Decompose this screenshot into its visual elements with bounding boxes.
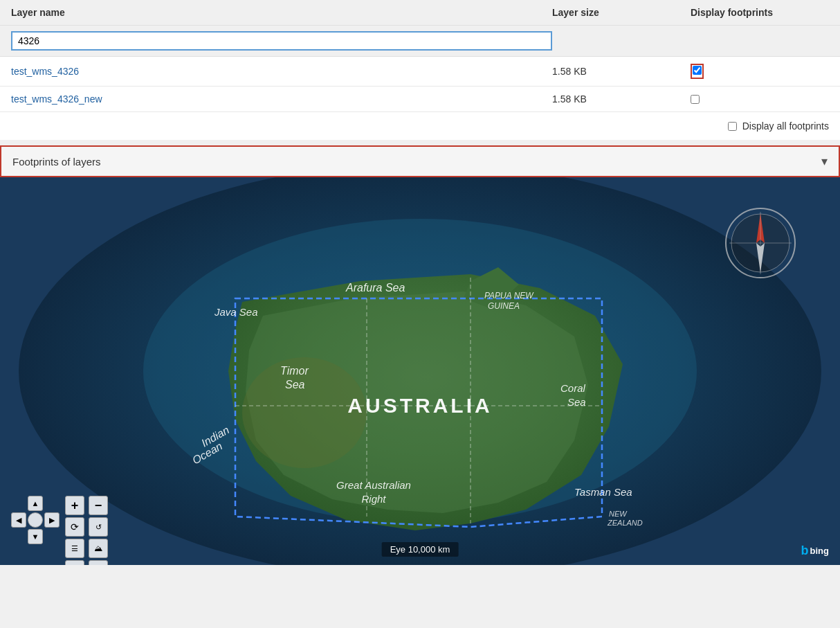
compass <box>722 205 798 281</box>
svg-text:Right: Right <box>361 493 386 505</box>
map-svg: Indian Ocean Java Sea Arafura Sea PAPUA … <box>0 177 840 565</box>
col-layer-size: Layer size <box>552 7 691 18</box>
map-style-button[interactable]: 🗺 <box>65 560 84 565</box>
svg-text:Sea: Sea <box>285 379 305 391</box>
nav-center-button[interactable] <box>28 512 43 528</box>
svg-text:GUINEA: GUINEA <box>488 301 520 311</box>
checkbox-wrapper-1 <box>691 64 704 79</box>
svg-text:Tasman Sea: Tasman Sea <box>574 486 632 498</box>
eye-label: Eye 10,000 km <box>382 542 459 557</box>
map-controls: ▲ ◀ ▶ ▼ + ⟳ ☰ 🗺 − ↺ ⛰ ⊖ <box>11 496 60 544</box>
nav-up-button[interactable]: ▲ <box>28 496 43 511</box>
layer-link-2[interactable]: test_wms_4326_new <box>11 93 552 105</box>
nav-down-button[interactable]: ▼ <box>28 529 43 544</box>
bing-logo: b bing <box>801 544 829 558</box>
footprint-checkbox-1[interactable] <box>693 66 702 75</box>
col-layer-name: Layer name <box>11 7 552 18</box>
svg-text:ZEALAND: ZEALAND <box>607 519 643 527</box>
nav-left-button[interactable]: ◀ <box>11 512 26 528</box>
display-all-label: Display all footprints <box>742 120 829 132</box>
display-all-checkbox[interactable] <box>728 122 737 131</box>
elevation-button[interactable]: ⛰ <box>89 539 108 558</box>
bing-b-icon: b <box>801 544 809 558</box>
display-all-row: Display all footprints <box>0 112 840 140</box>
search-input[interactable] <box>11 31 552 51</box>
svg-text:Great Australian: Great Australian <box>336 479 411 491</box>
layer-row-1: test_wms_4326 1.58 KB <box>0 57 840 87</box>
search-row <box>0 26 840 57</box>
layer-link-1[interactable]: test_wms_4326 <box>11 66 552 77</box>
refresh-button[interactable]: ↺ <box>89 517 108 537</box>
reset-view-button[interactable]: ⟳ <box>65 517 84 537</box>
checkbox-cell-1 <box>691 64 829 79</box>
bing-text: bing <box>810 546 829 556</box>
tilt-button[interactable]: ⊖ <box>89 560 108 565</box>
footprints-section-header[interactable]: Footprints of layers ▾ <box>0 145 840 177</box>
chevron-down-icon[interactable]: ▾ <box>821 154 828 169</box>
zoom-out-button[interactable]: − <box>89 496 108 515</box>
table-header: Layer name Layer size Display footprints <box>0 0 840 26</box>
layers-button[interactable]: ☰ <box>65 539 84 558</box>
layer-size-2: 1.58 KB <box>552 93 691 105</box>
svg-text:PAPUA NEW: PAPUA NEW <box>484 291 534 300</box>
footprints-section-title: Footprints of layers <box>12 156 101 168</box>
svg-text:Java Sea: Java Sea <box>214 306 258 318</box>
nav-right-button[interactable]: ▶ <box>44 512 60 528</box>
svg-text:Coral: Coral <box>560 382 586 394</box>
layer-row-2: test_wms_4326_new 1.58 KB <box>0 87 840 112</box>
svg-text:Timor: Timor <box>280 365 309 377</box>
map-container: Indian Ocean Java Sea Arafura Sea PAPUA … <box>0 177 840 565</box>
svg-text:NEW: NEW <box>609 510 628 518</box>
layer-size-1: 1.58 KB <box>552 66 691 77</box>
footprint-checkbox-2[interactable] <box>691 95 700 104</box>
top-panel: Layer name Layer size Display footprints… <box>0 0 840 140</box>
zoom-in-button[interactable]: + <box>65 496 84 515</box>
svg-text:Arafura Sea: Arafura Sea <box>345 282 405 294</box>
col-display-footprints: Display footprints <box>691 7 829 18</box>
checkbox-cell-2 <box>691 95 829 104</box>
